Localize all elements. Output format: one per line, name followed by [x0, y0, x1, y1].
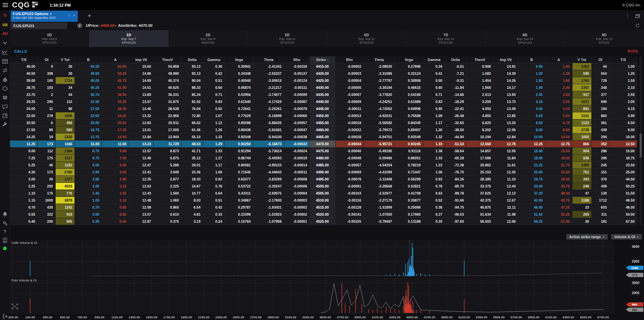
table-cell[interactable]: 13.23 [129, 141, 154, 148]
table-cell[interactable]: -72.38 [445, 162, 467, 169]
table-cell[interactable]: 90.04 [181, 77, 203, 84]
strike-cell[interactable]: 4480.00 [310, 155, 335, 162]
table-cell[interactable]: 430 [38, 204, 56, 211]
table-cell[interactable]: 12.35 [129, 176, 154, 183]
option-row-strike-4430.00[interactable]: 28.751033440.2541.0014.0140.62588.330.60… [10, 84, 637, 91]
table-cell[interactable]: 56.503 [467, 218, 494, 225]
table-cell[interactable]: 12.46 [129, 155, 154, 162]
table-cell[interactable]: 11.84 [494, 155, 519, 162]
table-cell[interactable]: -0.00057 [335, 162, 364, 169]
table-cell[interactable]: 1188 [573, 197, 592, 204]
table-cell[interactable]: 1.50 [518, 77, 545, 84]
chat-icon[interactable] [2, 104, 8, 109]
external-link-icon[interactable] [2, 113, 8, 118]
table-cell[interactable]: 28.75 [10, 84, 38, 91]
table-cell[interactable]: 0.40 [102, 218, 129, 225]
table-cell[interactable]: 29.01 [181, 162, 203, 169]
table-cell[interactable]: 25.00 [518, 169, 545, 176]
table-cell[interactable]: 836 [573, 155, 592, 162]
table-cell[interactable]: -9.31 [445, 77, 467, 84]
table-cell[interactable]: -4.54204 [364, 162, 395, 169]
table-cell[interactable]: 0.13188 [395, 218, 423, 225]
table-cell[interactable]: 25.153 [467, 169, 494, 176]
option-row-strike-4495.00[interactable]: 3.003013772.852.9512.352.87718.330.920.6… [10, 176, 637, 183]
column-header-delta[interactable]: Delta [181, 56, 203, 63]
table-cell[interactable]: 55.00 [102, 63, 129, 70]
expiry-tab-2d[interactable]: 2DExp: Sep 8EW2/U23 [169, 30, 248, 47]
table-cell[interactable]: 23.36 [181, 169, 203, 176]
table-cell[interactable]: -91.66 [445, 197, 467, 204]
table-cell[interactable]: 0.20 [423, 218, 445, 225]
table-cell[interactable]: 8.00 [518, 126, 545, 134]
table-cell[interactable]: 35.12 [181, 155, 203, 162]
table-cell[interactable]: 0.41 [423, 70, 445, 77]
table-cell[interactable]: -2.77797 [364, 77, 395, 84]
table-cell[interactable]: 76.04 [181, 105, 203, 112]
table-cell[interactable]: -76.75 [445, 169, 467, 176]
table-cell[interactable]: 37.625 [467, 190, 494, 197]
table-cell[interactable]: -0.00018 [335, 119, 364, 126]
table-cell[interactable]: 28.75 [518, 176, 545, 183]
table-cell[interactable]: 15.00 [518, 148, 545, 155]
table-cell[interactable]: 0.35 [75, 218, 102, 225]
table-cell[interactable]: 40.625 [154, 84, 181, 91]
table-cell[interactable]: -2.52977 [364, 190, 395, 197]
table-cell[interactable]: 36.50 [102, 91, 129, 98]
table-cell[interactable]: 39.00 [10, 77, 38, 84]
table-cell[interactable]: -4.17429 [253, 98, 284, 105]
expiry-tab-6d[interactable]: 6DExp: Sep 12EP22/U23 [327, 30, 406, 47]
table-cell[interactable]: 0.41708 [395, 190, 423, 197]
table-cell[interactable]: 4.81 [181, 211, 203, 218]
table-cell[interactable]: -5.94100 [253, 134, 284, 141]
table-cell[interactable]: 11 [38, 105, 56, 112]
table-cell[interactable]: -0.00040 [335, 148, 364, 155]
table-cell[interactable]: 0.93250 [225, 141, 253, 148]
table-cell[interactable]: 17.000 [154, 126, 181, 134]
table-cell[interactable]: -5.81681 [253, 126, 284, 134]
column-header-theov[interactable]: TheoV [467, 56, 494, 63]
table-cell[interactable]: 54.50 [609, 211, 637, 218]
table-cell[interactable]: 0.36 [203, 63, 225, 70]
table-cell[interactable]: 1.20 [518, 70, 545, 77]
table-icon[interactable] [2, 59, 8, 64]
table-cell[interactable]: 12.25 [518, 141, 545, 148]
table-cell[interactable]: -0.00069 [335, 169, 364, 176]
strike-cell[interactable]: 4440.00 [310, 98, 335, 105]
table-cell[interactable]: -0.00022 [335, 126, 364, 134]
table-cell[interactable]: 33.375 [467, 183, 494, 190]
table-cell[interactable]: 30 [56, 70, 75, 77]
table-cell[interactable]: -5.88435 [253, 119, 284, 126]
table-cell[interactable]: 11.10 [494, 176, 519, 183]
column-header-theta[interactable]: Theta [364, 56, 395, 63]
option-row-strike-4455.00[interactable]: 20.50645620.0020.5013.8320.91166.621.120… [10, 119, 637, 126]
table-cell[interactable]: 3879 [56, 197, 75, 204]
bell-icon[interactable] [2, 211, 8, 217]
table-cell[interactable]: 1123 [573, 119, 592, 126]
table-cell[interactable]: 0.71447 [395, 169, 423, 176]
option-row-strike-4445.00[interactable]: 24.00119627.5028.2514.4628.53876.040.920… [10, 105, 637, 112]
table-cell[interactable]: 2320 [56, 134, 75, 141]
table-cell[interactable]: 12.84 [129, 134, 154, 141]
table-cell[interactable]: 5.00 [518, 112, 545, 119]
table-cell[interactable]: 13.944 [154, 134, 181, 141]
table-cell[interactable]: 67.50 [609, 218, 637, 225]
table-cell[interactable]: 45.00 [10, 63, 38, 70]
table-cell[interactable]: 35.75 [75, 91, 102, 98]
table-cell[interactable]: -0.00003 [335, 70, 364, 77]
table-cell[interactable]: 6 [38, 119, 56, 126]
info-icon[interactable]: i [77, 23, 82, 28]
table-cell[interactable]: 12.75 [545, 141, 573, 148]
table-cell[interactable]: 1712 [592, 197, 609, 204]
droplet-icon[interactable] [2, 77, 8, 82]
table-cell[interactable]: 0.89407 [395, 126, 423, 134]
table-cell[interactable]: -0.00005 [335, 84, 364, 91]
strike-cell[interactable]: 4505.00 [310, 190, 335, 197]
table-cell[interactable]: -1.93431 [253, 204, 284, 211]
table-cell[interactable]: -0.00141 [335, 211, 364, 218]
strike-cell[interactable]: 4415.00 [310, 63, 335, 70]
table-cell[interactable]: 44.50 [609, 176, 637, 183]
table-cell[interactable]: -0.00032 [284, 141, 310, 148]
table-cell[interactable]: 1.454 [467, 77, 494, 84]
strike-cell[interactable]: 4485.00 [310, 162, 335, 169]
table-cell[interactable]: 1.950 [467, 84, 494, 91]
